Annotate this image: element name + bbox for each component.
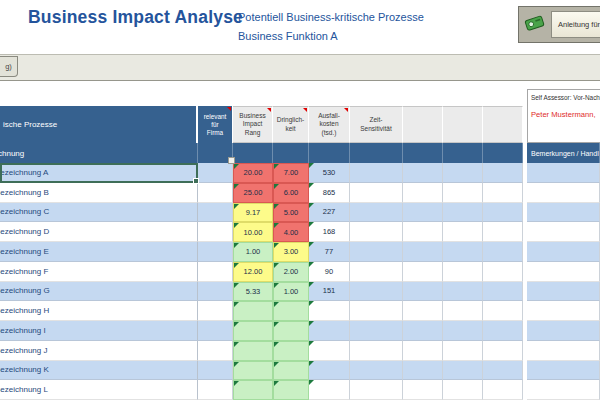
- empty-cell[interactable]: [403, 341, 443, 361]
- urgency-cell[interactable]: 2.00: [273, 262, 309, 282]
- col-header-zeit-sensitivitaet[interactable]: Zeit- Sensitivität: [350, 106, 403, 143]
- process-name-cell[interactable]: Bezeichnung H: [0, 301, 198, 321]
- time-sensitivity-cell[interactable]: [350, 262, 403, 282]
- empty-cell[interactable]: [483, 242, 523, 262]
- empty-cell[interactable]: [483, 321, 523, 341]
- relevant-cell[interactable]: [198, 341, 233, 361]
- relevant-cell[interactable]: [198, 203, 233, 223]
- empty-cell[interactable]: [403, 222, 443, 242]
- urgency-cell[interactable]: 4.00: [273, 222, 309, 242]
- impact-rank-cell[interactable]: 5.33: [233, 282, 273, 302]
- impact-rank-cell[interactable]: 25.00: [233, 183, 273, 203]
- smart-tag-box[interactable]: [228, 157, 235, 164]
- empty-cell[interactable]: [443, 301, 483, 321]
- impact-rank-cell[interactable]: [233, 380, 273, 400]
- impact-rank-cell[interactable]: [233, 341, 273, 361]
- impact-rank-cell[interactable]: 20.00: [233, 163, 273, 183]
- remarks-cell[interactable]: [527, 242, 600, 262]
- urgency-cell[interactable]: 1.00: [273, 282, 309, 302]
- downtime-cost-cell[interactable]: 90: [309, 262, 350, 282]
- downtime-cost-cell[interactable]: 227: [309, 203, 350, 223]
- empty-cell[interactable]: [443, 183, 483, 203]
- remarks-cell[interactable]: [527, 282, 600, 302]
- remarks-cell[interactable]: [527, 262, 600, 282]
- empty-cell[interactable]: [403, 262, 443, 282]
- impact-rank-cell[interactable]: [233, 321, 273, 341]
- empty-cell[interactable]: [483, 361, 523, 381]
- empty-cell[interactable]: [403, 242, 443, 262]
- process-name-cell[interactable]: Bezeichnung G: [0, 282, 198, 302]
- time-sensitivity-cell[interactable]: [350, 301, 403, 321]
- urgency-cell[interactable]: 5.00: [273, 203, 309, 223]
- time-sensitivity-cell[interactable]: [350, 341, 403, 361]
- col-header-empty-3[interactable]: [483, 106, 523, 143]
- urgency-cell[interactable]: 7.00: [273, 163, 309, 183]
- downtime-cost-cell[interactable]: 865: [309, 183, 350, 203]
- empty-cell[interactable]: [483, 262, 523, 282]
- empty-cell[interactable]: [443, 321, 483, 341]
- process-name-cell[interactable]: Bezeichnung L: [0, 380, 198, 400]
- empty-cell[interactable]: [483, 183, 523, 203]
- empty-cell[interactable]: [443, 341, 483, 361]
- process-name-cell[interactable]: Bezeichnung J: [0, 341, 198, 361]
- urgency-cell[interactable]: [273, 380, 309, 400]
- remarks-cell[interactable]: [527, 361, 600, 381]
- relevant-cell[interactable]: [198, 301, 233, 321]
- time-sensitivity-cell[interactable]: [350, 380, 403, 400]
- subheader-bemerkungen[interactable]: Bemerkungen / Handlungsbedarf: [527, 143, 600, 163]
- urgency-cell[interactable]: 3.00: [273, 242, 309, 262]
- empty-cell[interactable]: [483, 301, 523, 321]
- relevant-cell[interactable]: [198, 242, 233, 262]
- process-name-cell[interactable]: Bezeichnung C: [0, 203, 198, 223]
- downtime-cost-cell[interactable]: 151: [309, 282, 350, 302]
- downtime-cost-cell[interactable]: 168: [309, 222, 350, 242]
- downtime-cost-cell[interactable]: [309, 361, 350, 381]
- downtime-cost-cell[interactable]: [309, 380, 350, 400]
- relevant-cell[interactable]: [198, 321, 233, 341]
- downtime-cost-cell[interactable]: 77: [309, 242, 350, 262]
- empty-cell[interactable]: [443, 222, 483, 242]
- urgency-cell[interactable]: [273, 361, 309, 381]
- remarks-cell[interactable]: [527, 321, 600, 341]
- empty-cell[interactable]: [483, 222, 523, 242]
- col-header-empty-2[interactable]: [443, 106, 483, 143]
- time-sensitivity-cell[interactable]: [350, 203, 403, 223]
- process-name-cell[interactable]: Bezeichnung A: [0, 163, 198, 183]
- empty-cell[interactable]: [443, 380, 483, 400]
- relevant-cell[interactable]: [198, 361, 233, 381]
- time-sensitivity-cell[interactable]: [350, 321, 403, 341]
- empty-cell[interactable]: [443, 163, 483, 183]
- remarks-cell[interactable]: [527, 203, 600, 223]
- col-header-business-impact-rang[interactable]: Business Impact Rang: [233, 106, 273, 143]
- col-header-dringlichkeit[interactable]: Dringlich- keit: [273, 106, 309, 143]
- process-name-cell[interactable]: Bezeichnung B: [0, 183, 198, 203]
- remarks-cell[interactable]: [527, 222, 600, 242]
- remarks-cell[interactable]: [527, 163, 600, 183]
- col-header-empty-1[interactable]: [403, 106, 443, 143]
- impact-rank-cell[interactable]: [233, 301, 273, 321]
- relevant-cell[interactable]: [198, 163, 233, 183]
- remarks-cell[interactable]: [527, 301, 600, 321]
- empty-cell[interactable]: [403, 321, 443, 341]
- col-header-relevant[interactable]: relevant für Firma: [198, 106, 233, 143]
- process-name-cell[interactable]: Bezeichnung K: [0, 361, 198, 381]
- urgency-cell[interactable]: [273, 341, 309, 361]
- downtime-cost-cell[interactable]: 530: [309, 163, 350, 183]
- impact-rank-cell[interactable]: 1.00: [233, 242, 273, 262]
- process-name-cell[interactable]: Bezeichnung D: [0, 222, 198, 242]
- self-assessor-name[interactable]: Peter Mustermann,: [528, 101, 600, 119]
- subheader-bezeichnung[interactable]: Bezeichnung: [0, 143, 198, 163]
- relevant-cell[interactable]: [198, 262, 233, 282]
- empty-cell[interactable]: [403, 163, 443, 183]
- downtime-cost-cell[interactable]: [309, 321, 350, 341]
- downtime-cost-cell[interactable]: [309, 301, 350, 321]
- time-sensitivity-cell[interactable]: [350, 163, 403, 183]
- urgency-cell[interactable]: [273, 301, 309, 321]
- relevant-cell[interactable]: [198, 380, 233, 400]
- impact-rank-cell[interactable]: 12.00: [233, 262, 273, 282]
- remarks-cell[interactable]: [527, 380, 600, 400]
- empty-cell[interactable]: [443, 282, 483, 302]
- impact-rank-cell[interactable]: [233, 361, 273, 381]
- process-name-cell[interactable]: Bezeichnung E: [0, 242, 198, 262]
- empty-cell[interactable]: [483, 163, 523, 183]
